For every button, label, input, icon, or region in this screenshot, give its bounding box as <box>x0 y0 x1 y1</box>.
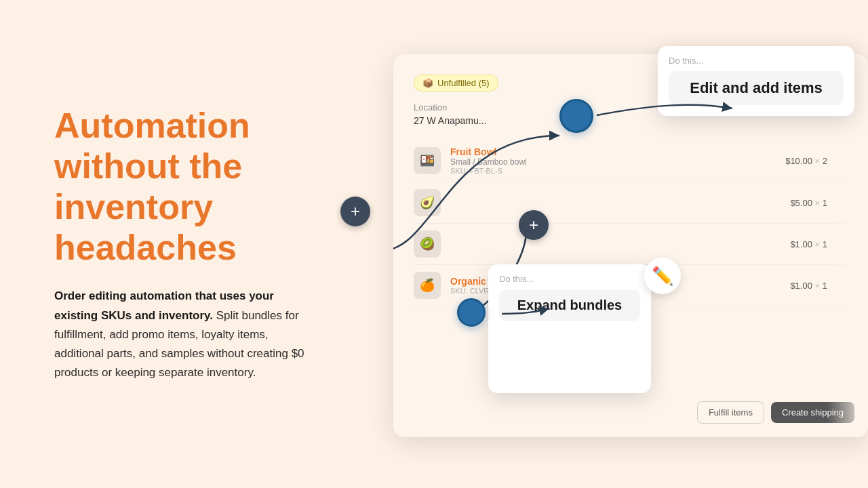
popup-bottom-label: Do this... <box>499 274 640 284</box>
order-item: 🍱 Fruit Bowl Small / Bamboo bowl SKU: FB… <box>414 140 848 182</box>
right-panel: + 📦 Unfulfilled (5) Location 27 W Anapam… <box>353 0 868 488</box>
order-item: 🥝 $1.00 × 1 <box>414 224 848 265</box>
trigger-dot-top <box>559 99 593 133</box>
unfulfilled-text: Unfulfilled (5) <box>437 78 490 88</box>
unfulfilled-badge: 📦 Unfulfilled (5) <box>414 75 498 92</box>
item-thumbnail: 🍊 <box>414 272 441 299</box>
item-variant: Small / Bamboo bowl <box>450 157 785 167</box>
headline: Automation without the inventory headach… <box>54 106 312 268</box>
plus-button-left[interactable]: + <box>340 197 370 226</box>
item-thumbnail: 🥑 <box>414 189 441 216</box>
fulfill-items-button[interactable]: Fulfill items <box>697 401 764 424</box>
create-shipping-button[interactable]: Create shipping <box>771 402 854 423</box>
action-bar: Fulfill items Create shipping <box>697 401 854 424</box>
item-name: Fruit Bowl <box>450 146 785 157</box>
item-price: $1.00 × 1 <box>790 281 827 291</box>
popup-edit-add-items: Do this... Edit and add items <box>658 46 854 116</box>
item-thumbnail: 🍱 <box>414 147 441 174</box>
item-price: $5.00 × 1 <box>790 198 827 208</box>
order-item: 🥑 $5.00 × 1 <box>414 182 848 224</box>
item-sku: SKU: FBT-BL-S <box>450 167 785 175</box>
item-thumbnail: 🥝 <box>414 230 441 258</box>
edit-icon-badge: ✏️ <box>644 258 681 294</box>
trigger-dot-bottom <box>457 298 486 327</box>
popup-bottom-action[interactable]: Expand bundles <box>499 289 640 321</box>
plus-button-mid[interactable]: + <box>519 210 549 240</box>
location-address: 27 W Anapamu... <box>414 115 848 126</box>
description: Order editing automation that uses your … <box>54 287 312 382</box>
item-price: $1.00 × 1 <box>790 239 827 249</box>
item-price: $10.00 × 2 <box>785 156 827 166</box>
popup-expand-bundles: Do this... Expand bundles <box>488 264 651 393</box>
unfulfilled-icon: 📦 <box>422 78 433 88</box>
left-panel: Automation without the inventory headach… <box>0 65 353 422</box>
popup-top-label: Do this... <box>669 56 844 66</box>
pencil-icon: ✏️ <box>652 266 673 287</box>
popup-top-action[interactable]: Edit and add items <box>669 71 844 105</box>
